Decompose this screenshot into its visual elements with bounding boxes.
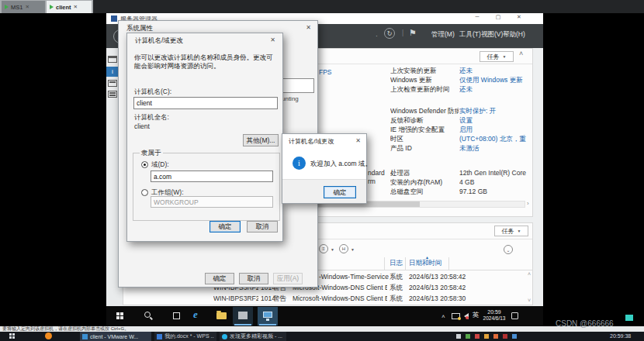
- tray-icon[interactable]: [456, 334, 461, 339]
- menu-manage[interactable]: 管理(M): [431, 30, 455, 40]
- host-taskbar: client - VMware W... 我的.docx * - WPS ...…: [0, 332, 644, 341]
- properties-tasks-button[interactable]: 任务 ▼: [480, 51, 514, 62]
- workgroup-radio[interactable]: [141, 189, 148, 196]
- tray-icon[interactable]: [512, 334, 517, 339]
- host-start-icon[interactable]: [9, 333, 15, 339]
- menu-tools[interactable]: 工具(T): [459, 30, 481, 40]
- vm-clock[interactable]: 20:59 2024/6/13: [480, 308, 508, 322]
- close-icon[interactable]: ✕: [270, 36, 275, 44]
- speaker-icon[interactable]: [464, 313, 469, 319]
- ime-indicator[interactable]: 英: [473, 311, 480, 320]
- start-icon[interactable]: [116, 312, 123, 319]
- property-label: 上次检查更新的时间: [390, 85, 459, 94]
- close-icon[interactable]: ✕: [355, 137, 361, 145]
- ok-button[interactable]: 确定: [205, 273, 234, 284]
- computer-name-fragment[interactable]: FPS: [319, 68, 342, 77]
- vm-tab-ms1[interactable]: MS1 ✕: [2, 1, 45, 13]
- domain-input[interactable]: [151, 170, 273, 182]
- dropdown-icon[interactable]: ▼: [351, 247, 355, 252]
- notification-center-icon[interactable]: [511, 312, 518, 319]
- close-icon[interactable]: ✕: [306, 24, 311, 32]
- computer-name-input[interactable]: [133, 97, 278, 109]
- cell-datetime: 2024/6/13 20:58:42: [409, 273, 486, 281]
- close-icon[interactable]: ✕: [74, 4, 78, 10]
- tray-expand-icon[interactable]: ˄: [441, 313, 445, 320]
- refresh-icon[interactable]: ↻: [384, 28, 395, 39]
- minimize-button[interactable]: ─: [469, 14, 486, 23]
- menu-help[interactable]: 帮助(H): [503, 30, 525, 40]
- property-value[interactable]: (UTC+08:00) 北京，重: [459, 135, 531, 143]
- tray-icon[interactable]: [475, 334, 480, 339]
- ok-label: 确定: [213, 275, 227, 282]
- host-task-wps[interactable]: 我的.docx * - WPS ...: [154, 332, 216, 341]
- cell-source: Microsoft-Windows-DNS Client Events: [293, 294, 387, 303]
- host-task-vmware[interactable]: client - VMware W...: [80, 332, 151, 341]
- tray-icon[interactable]: [503, 334, 507, 339]
- system-app-taskbar-slot[interactable]: [258, 307, 278, 326]
- network-icon[interactable]: [452, 313, 460, 319]
- dashboard-icon[interactable]: [108, 56, 117, 63]
- server-manager-icon: [111, 16, 117, 22]
- property-value[interactable]: 启用: [459, 126, 531, 134]
- tray-icon[interactable]: [484, 334, 489, 339]
- ok-button[interactable]: 确定: [324, 186, 356, 198]
- server-manager-taskbar-slot[interactable]: [233, 307, 253, 326]
- file-explorer-icon[interactable]: [216, 312, 227, 319]
- watermark-cursor: [625, 315, 633, 321]
- table-scroll-down-icon[interactable]: ˅: [528, 298, 531, 303]
- cancel-label: 取消: [256, 223, 269, 230]
- cancel-button[interactable]: 取消: [239, 273, 268, 284]
- property-label: 反馈和诊断: [390, 116, 459, 125]
- internet-explorer-icon[interactable]: e: [193, 308, 198, 321]
- dropdown-icon[interactable]: ▼: [331, 247, 334, 252]
- host-clock[interactable]: 20:59:38: [610, 333, 631, 339]
- cell-datetime: 2024/6/13 20:58:30: [409, 294, 486, 303]
- property-label: Windows Defender 防病毒: [390, 107, 459, 115]
- scroll-right-icon[interactable]: ›: [527, 200, 529, 207]
- grouping-icon[interactable]: H: [339, 244, 348, 253]
- tray-icon[interactable]: [493, 334, 498, 339]
- search-icon[interactable]: [144, 312, 151, 318]
- host-task-video[interactable]: 发现更多精彩视频 - ...: [220, 332, 286, 341]
- property-value[interactable]: 还未: [459, 67, 531, 75]
- domain-radio[interactable]: [141, 161, 148, 168]
- collapse-circle-icon[interactable]: ⌄: [504, 245, 513, 254]
- local-server-icon[interactable]: i: [106, 67, 119, 77]
- all-servers-icon[interactable]: [108, 80, 117, 87]
- table-scroll-up-icon[interactable]: ˄: [528, 271, 531, 277]
- task-view-icon[interactable]: [173, 312, 180, 319]
- file-storage-icon[interactable]: [108, 91, 117, 98]
- ok-button[interactable]: 确定: [209, 221, 241, 232]
- domain-label: 域(D):: [151, 160, 169, 169]
- cancel-button[interactable]: 取消: [247, 221, 278, 232]
- filter-icon[interactable]: ≡: [319, 244, 328, 253]
- more-button[interactable]: 其他(M)...: [243, 134, 279, 146]
- vm-running-icon: [50, 5, 54, 9]
- menu-view[interactable]: 视图(V): [481, 30, 503, 40]
- vm-clock-time: 20:59: [480, 308, 508, 315]
- property-value[interactable]: 未激活: [459, 144, 531, 153]
- panel-collapse-icon[interactable]: ˄: [519, 50, 523, 57]
- tray-icon[interactable]: [466, 334, 470, 339]
- column-header-log[interactable]: 日志: [390, 259, 403, 267]
- close-icon[interactable]: ✕: [25, 4, 29, 10]
- events-tasks-button[interactable]: 任务 ▼: [494, 226, 528, 236]
- property-value[interactable]: 仅使用 Windows 更新: [459, 76, 531, 84]
- property-value[interactable]: 实时保护: 开: [459, 107, 531, 115]
- table-row[interactable]: WIN-IBPS3RF2FPS 1014 警告 Microsoft-Window…: [123, 294, 527, 304]
- property-value[interactable]: 设置: [459, 116, 531, 125]
- message-text: 欢迎加入 a.com 域。: [310, 160, 372, 169]
- flag-icon[interactable]: ⚑: [409, 28, 417, 38]
- property-value[interactable]: 还未: [459, 85, 531, 94]
- property-label: 处理器: [390, 169, 459, 177]
- firefox-icon[interactable]: [45, 332, 52, 339]
- close-button[interactable]: ✕: [511, 14, 528, 23]
- vmware-app-icon: [82, 334, 88, 339]
- description-field-fragment[interactable]: [280, 78, 314, 93]
- dialog-body-text: 你可以更改该计算机的名称和成员身份。更改可能会影响对网络资源的访问。: [134, 53, 278, 71]
- dialog-title: 计算机名/域更改: [135, 36, 183, 46]
- vm-tab-client[interactable]: client ✕: [47, 1, 92, 13]
- property-value: 97.12 GB: [459, 188, 531, 196]
- maximize-button[interactable]: ▢: [490, 14, 507, 23]
- column-header-datetime[interactable]: 日期和时间: [409, 259, 442, 267]
